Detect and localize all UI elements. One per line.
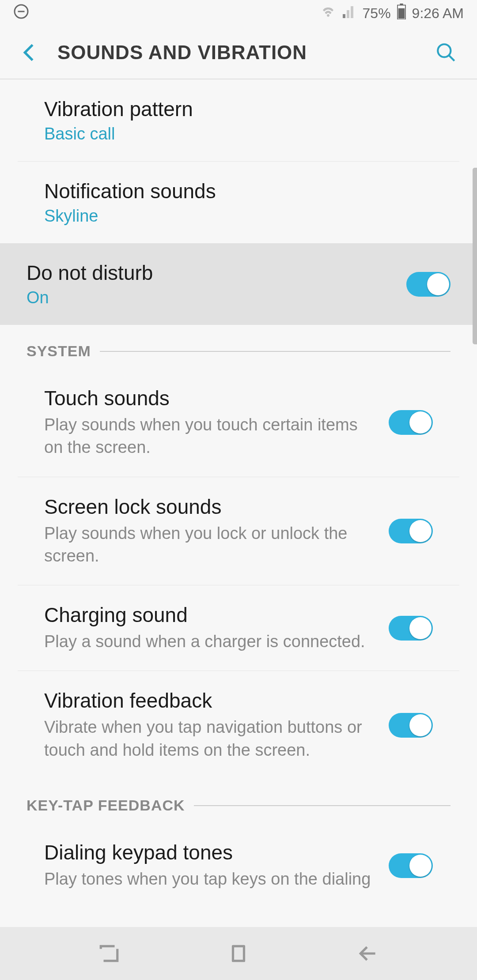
touch-sounds-toggle[interactable] bbox=[389, 410, 433, 435]
charging-toggle[interactable] bbox=[389, 616, 433, 641]
divider bbox=[194, 805, 450, 806]
battery-icon bbox=[396, 4, 407, 23]
setting-title: Charging sound bbox=[44, 603, 375, 627]
setting-value: Basic call bbox=[44, 124, 433, 143]
clock-time: 9:26 AM bbox=[412, 5, 464, 22]
setting-desc: Play tones when you tap keys on the dial… bbox=[44, 868, 375, 890]
page-title: SOUNDS AND VIBRATION bbox=[57, 41, 433, 64]
svg-rect-4 bbox=[398, 8, 404, 19]
screen-lock-sounds-item[interactable]: Screen lock sounds Play sounds when you … bbox=[18, 477, 459, 586]
scroll-indicator[interactable] bbox=[473, 168, 477, 344]
setting-title: Vibration feedback bbox=[44, 689, 375, 712]
setting-title: Dialing keypad tones bbox=[44, 841, 375, 864]
setting-desc: Play sounds when you touch certain items… bbox=[44, 414, 375, 459]
vibration-feedback-toggle[interactable] bbox=[389, 713, 433, 738]
svg-point-5 bbox=[438, 44, 450, 57]
setting-value: On bbox=[26, 288, 393, 307]
svg-line-6 bbox=[449, 55, 454, 61]
settings-list: Vibration pattern Basic call Notificatio… bbox=[0, 79, 477, 927]
recents-button[interactable] bbox=[94, 938, 125, 969]
dialing-keypad-item[interactable]: Dialing keypad tones Play tones when you… bbox=[18, 823, 459, 908]
notification-sounds-item[interactable]: Notification sounds Skyline bbox=[18, 162, 459, 243]
vibration-pattern-item[interactable]: Vibration pattern Basic call bbox=[18, 79, 459, 162]
battery-percent: 75% bbox=[363, 5, 391, 22]
app-header: SOUNDS AND VIBRATION bbox=[0, 26, 477, 79]
signal-icon bbox=[341, 4, 357, 23]
setting-title: Touch sounds bbox=[44, 386, 375, 410]
section-header-keytap: KEY-TAP FEEDBACK bbox=[0, 779, 477, 823]
home-button[interactable] bbox=[223, 938, 254, 969]
section-label: SYSTEM bbox=[26, 343, 91, 360]
back-button[interactable] bbox=[18, 41, 40, 64]
section-label: KEY-TAP FEEDBACK bbox=[26, 797, 185, 814]
section-header-system: SYSTEM bbox=[0, 325, 477, 369]
divider bbox=[100, 351, 450, 352]
back-nav-button[interactable] bbox=[352, 938, 383, 969]
dnd-status-icon bbox=[13, 4, 29, 23]
setting-desc: Vibrate when you tap navigation buttons … bbox=[44, 716, 375, 761]
setting-desc: Play a sound when a charger is connected… bbox=[44, 630, 375, 653]
setting-value: Skyline bbox=[44, 207, 433, 226]
status-bar: 75% 9:26 AM bbox=[0, 0, 477, 26]
do-not-disturb-item[interactable]: Do not disturb On bbox=[0, 243, 477, 325]
setting-title: Do not disturb bbox=[26, 261, 393, 285]
setting-title: Screen lock sounds bbox=[44, 495, 375, 519]
touch-sounds-item[interactable]: Touch sounds Play sounds when you touch … bbox=[18, 369, 459, 477]
vibration-feedback-item[interactable]: Vibration feedback Vibrate when you tap … bbox=[18, 671, 459, 779]
screen-lock-toggle[interactable] bbox=[389, 519, 433, 543]
navigation-bar bbox=[0, 927, 477, 980]
dialing-toggle[interactable] bbox=[389, 853, 433, 878]
setting-title: Notification sounds bbox=[44, 179, 433, 203]
dnd-toggle[interactable] bbox=[406, 272, 450, 297]
setting-desc: Play sounds when you lock or unlock the … bbox=[44, 522, 375, 568]
wifi-icon bbox=[320, 4, 336, 23]
search-button[interactable] bbox=[433, 39, 459, 66]
charging-sound-item[interactable]: Charging sound Play a sound when a charg… bbox=[18, 585, 459, 671]
setting-title: Vibration pattern bbox=[44, 97, 433, 121]
